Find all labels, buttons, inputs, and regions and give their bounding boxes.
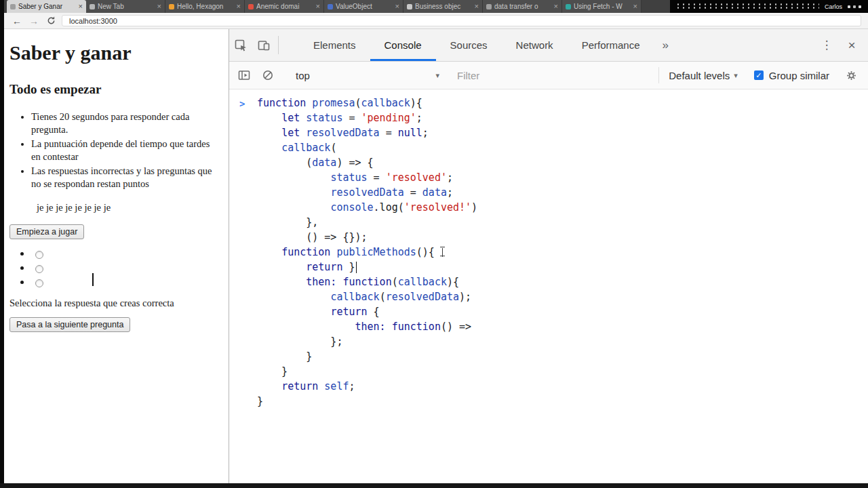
back-icon[interactable]: ← xyxy=(11,15,23,27)
answer-radio-button[interactable] xyxy=(35,279,43,287)
code-token: ; xyxy=(422,127,429,139)
console-code-line: let status = 'pending'; xyxy=(257,110,868,125)
console-output[interactable]: > function promesa(callback){ let status… xyxy=(229,89,868,483)
clear-console-icon[interactable] xyxy=(261,69,275,81)
next-question-button[interactable]: Pasa a la siguiente pregunta xyxy=(9,317,130,332)
answer-radio-button[interactable] xyxy=(35,251,43,259)
code-token: ) xyxy=(471,201,477,214)
rule-item: Las respuestas incorrectas y las pregunt… xyxy=(31,165,218,190)
code-token xyxy=(257,171,330,184)
tab-close-icon[interactable]: × xyxy=(237,3,241,10)
text-caret xyxy=(92,273,94,286)
code-token xyxy=(257,380,281,392)
devtools-tab-console[interactable]: Console xyxy=(370,29,436,61)
tab-title: Saber y Ganar xyxy=(18,3,76,10)
tab-close-icon[interactable]: × xyxy=(157,3,161,10)
address-bar[interactable]: localhost:3000 xyxy=(62,15,861,26)
browser-window: Saber y Ganar×New Tab×Hello, Hexagon×Ane… xyxy=(4,0,868,483)
console-code-line: return } xyxy=(257,260,868,274)
code-token: ; xyxy=(349,380,355,392)
devtools-menu-icon[interactable]: ⋮ xyxy=(815,29,838,61)
device-toolbar-icon[interactable] xyxy=(252,29,275,61)
code-token: (){ xyxy=(416,246,435,258)
devtools-tab-sources[interactable]: Sources xyxy=(436,29,502,61)
devtools-close-icon[interactable]: × xyxy=(838,29,865,61)
code-token: resolvedData xyxy=(306,127,379,139)
code-token: = xyxy=(342,112,361,124)
tab-title: ValueObject xyxy=(336,3,393,10)
log-levels-dropdown[interactable]: Default levels ▾ xyxy=(669,70,738,81)
browser-tab[interactable]: ValueObject× xyxy=(324,0,403,13)
group-similar-checkbox[interactable]: ✓ xyxy=(754,70,764,80)
forward-icon[interactable]: → xyxy=(28,15,40,27)
code-token xyxy=(257,142,281,154)
context-selector-value: top xyxy=(296,70,310,81)
browser-tab[interactable]: New Tab× xyxy=(86,0,165,13)
joke-text: je je je je je je je je xyxy=(37,202,229,214)
console-code: function promesa(callback){ let status =… xyxy=(257,96,868,409)
code-token: self xyxy=(324,380,349,392)
devtools-tab-performance[interactable]: Performance xyxy=(568,29,654,61)
tab-close-icon[interactable]: × xyxy=(554,3,558,10)
browser-tab[interactable]: Business objec× xyxy=(403,0,483,13)
code-token: status xyxy=(330,171,367,184)
context-selector[interactable]: top ▾ xyxy=(296,70,439,81)
system-tray-icons[interactable] xyxy=(848,4,863,9)
code-token xyxy=(257,276,306,288)
tab-close-icon[interactable]: × xyxy=(79,3,83,10)
browser-tab[interactable]: Anemic domai× xyxy=(245,0,324,13)
console-code-line: let resolvedData = null; xyxy=(257,125,868,140)
answer-option-row xyxy=(31,262,229,271)
tab-favicon xyxy=(407,4,412,9)
code-token: callback xyxy=(398,276,447,288)
code-token: () => xyxy=(441,321,471,333)
console-settings-gear-icon[interactable] xyxy=(844,70,858,81)
chevron-down-icon: ▾ xyxy=(435,71,439,80)
toolbar-divider xyxy=(278,36,279,54)
devtools-tab-bar: ElementsConsoleSourcesNetworkPerformance… xyxy=(229,29,868,62)
code-token: }, xyxy=(257,216,318,228)
console-sidebar-icon[interactable] xyxy=(237,68,251,82)
console-code-line: function promesa(callback){ xyxy=(257,96,868,110)
console-code-line: function publicMethods(){ xyxy=(257,245,868,260)
code-token: 'resolved!' xyxy=(404,201,471,214)
tab-close-icon[interactable]: × xyxy=(633,3,637,10)
code-token: ( xyxy=(355,97,361,109)
console-code-line: } xyxy=(257,349,868,364)
system-status-panel: Carlos xyxy=(670,0,868,13)
more-panels-button[interactable]: » xyxy=(654,29,677,61)
browser-tab[interactable]: Saber y Ganar× xyxy=(7,0,86,13)
devtools-tab-network[interactable]: Network xyxy=(502,29,568,61)
console-filter-input[interactable] xyxy=(457,70,649,81)
start-game-button[interactable]: Empieza a jugar xyxy=(9,224,84,239)
inspect-element-icon[interactable] xyxy=(229,29,252,61)
code-token: function xyxy=(392,321,441,333)
answer-options xyxy=(9,247,229,285)
browser-tab[interactable]: Using Fetch - W× xyxy=(562,0,642,13)
tab-close-icon[interactable]: × xyxy=(395,3,399,10)
rule-item: Tienes 20 segundos para responder cada p… xyxy=(31,110,218,136)
tab-close-icon[interactable]: × xyxy=(316,3,320,10)
toolbar-divider xyxy=(658,67,659,83)
code-token: publicMethods xyxy=(336,246,416,258)
console-code-line: return { xyxy=(257,304,868,319)
tab-favicon xyxy=(486,4,492,9)
refresh-icon[interactable] xyxy=(45,15,57,27)
tab-favicon xyxy=(10,4,16,9)
devtools-tab-elements[interactable]: Elements xyxy=(299,29,370,61)
console-code-line: } xyxy=(257,394,868,409)
spacer xyxy=(677,29,815,61)
console-code-line: () => {}); xyxy=(257,230,868,245)
code-token: let xyxy=(281,112,300,124)
browser-tab[interactable]: data transfer o× xyxy=(483,0,562,13)
code-token: = xyxy=(368,171,386,184)
browser-tab[interactable]: Hello, Hexagon× xyxy=(165,0,245,13)
code-token: ( xyxy=(392,276,398,288)
code-token: () => {}); xyxy=(257,231,368,243)
desktop-bottom-bar xyxy=(0,483,868,488)
code-token: return xyxy=(306,261,342,273)
console-toolbar: top ▾ Default levels ▾ ✓ Group similar xyxy=(229,62,868,89)
tab-title: Using Fetch - W xyxy=(574,3,631,10)
tab-close-icon[interactable]: × xyxy=(475,3,479,10)
answer-radio-button[interactable] xyxy=(35,265,43,273)
